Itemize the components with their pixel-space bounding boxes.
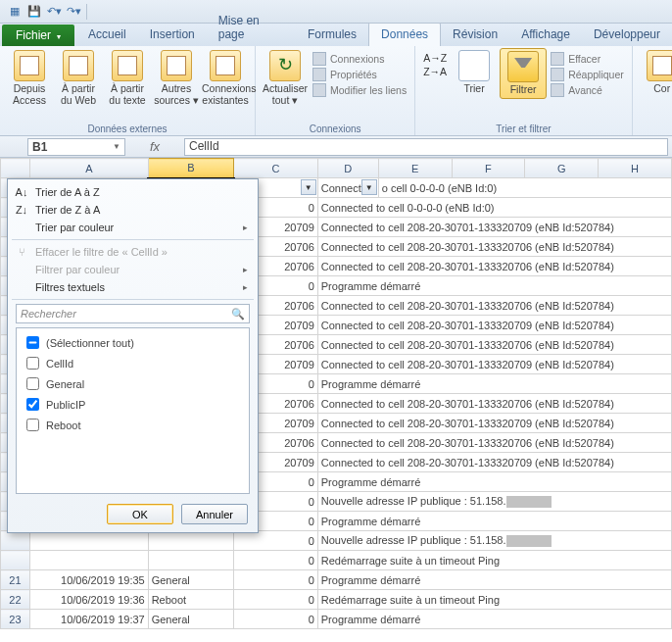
cell[interactable]: Connected to cell 208-20-30701-133320706…	[317, 257, 671, 276]
tab-affichage[interactable]: Affichage	[509, 24, 582, 46]
sort-by-color[interactable]: Trier par couleur ▸	[8, 219, 258, 236]
sort-asc-small[interactable]: A→Z	[423, 52, 447, 64]
cell[interactable]: Reboot	[148, 590, 234, 610]
cell[interactable]: 0	[234, 610, 317, 629]
name-box[interactable]: B1 ▼	[27, 138, 125, 156]
cell[interactable]: Redémarrage suite à un timeout Ping	[317, 590, 671, 610]
cell[interactable]: 0	[234, 570, 317, 590]
cell[interactable]: Connected to cell 208-20-30701-133320706…	[317, 335, 671, 355]
ribbon-small-cmd[interactable]: Connexions	[312, 52, 407, 66]
ribbon-button[interactable]: Autres sources ▾	[153, 48, 200, 108]
col-header[interactable]: D	[317, 159, 378, 178]
ribbon-small-cmd[interactable]: Propriétés	[312, 68, 407, 81]
cell[interactable]: Connected to cell 208-20-30701-133320706…	[317, 394, 671, 414]
row-header[interactable]: 22	[1, 590, 30, 610]
undo-icon[interactable]: ↶▾	[45, 3, 63, 21]
cell[interactable]: o cell 0-0-0-0 (eNB Id:0)	[378, 178, 671, 198]
row-header[interactable]: 23	[1, 610, 30, 629]
ribbon-small-cmd[interactable]: Réappliquer	[551, 68, 624, 81]
row-header[interactable]	[1, 551, 30, 570]
checkbox[interactable]	[26, 336, 39, 349]
ribbon-button[interactable]: À partir du texte	[104, 48, 151, 108]
ribbon-small-cmd[interactable]: Modifier les liens	[312, 83, 407, 97]
text-filters[interactable]: Filtres textuels ▸	[8, 278, 258, 296]
col-header[interactable]: B	[148, 159, 234, 178]
cell[interactable]: Programme démarré	[317, 472, 671, 492]
col-header[interactable]	[1, 159, 30, 178]
col-header[interactable]: A	[29, 159, 148, 178]
row-header[interactable]	[1, 531, 30, 551]
sort-desc-small[interactable]: Z→A	[423, 66, 447, 77]
tab-formules[interactable]: Formules	[296, 24, 368, 46]
tab-accueil[interactable]: Accueil	[76, 24, 138, 46]
cell[interactable]: Connected to cell 208-20-30701-133320709…	[317, 414, 671, 433]
tab-insertion[interactable]: Insertion	[138, 24, 207, 46]
ribbon-button[interactable]: Cor	[639, 48, 672, 97]
cell[interactable]: 10/06/2019 19:35	[29, 570, 148, 590]
cell[interactable]: 10/06/2019 19:37	[29, 610, 148, 629]
cell[interactable]: Nouvelle adresse IP publique : 51.158.	[317, 531, 671, 551]
ribbon-button[interactable]: Actualiser tout ▾	[262, 48, 309, 108]
filter-value-item[interactable]: (Sélectionner tout)	[21, 332, 245, 353]
ribbon-button[interactable]: Trier	[451, 48, 498, 97]
save-icon[interactable]: 💾	[25, 3, 43, 21]
checkbox[interactable]	[26, 398, 39, 411]
col-header[interactable]: H	[599, 159, 672, 178]
redo-icon[interactable]: ↷▾	[65, 3, 82, 21]
formula-bar[interactable]: CellId	[184, 138, 668, 156]
ribbon-button[interactable]: À partir du Web	[55, 48, 102, 108]
cell[interactable]: Connected to cell 208-20-30701-133320709…	[317, 316, 671, 335]
cell[interactable]: Programme démarré	[317, 570, 671, 590]
filter-value-item[interactable]: CellId	[21, 353, 245, 373]
checkbox[interactable]	[26, 357, 39, 370]
ribbon-small-cmd[interactable]: Effacer	[551, 52, 624, 66]
cell[interactable]: Connected to cell 0-0-0-0 (eNB Id:0)	[317, 198, 671, 218]
tab-mise-en-page[interactable]: Mise en page	[207, 10, 296, 46]
cell[interactable]: Nouvelle adresse IP publique : 51.158.	[317, 492, 671, 512]
cell[interactable]: Connecte▼	[317, 178, 378, 198]
filter-value-item[interactable]: General	[21, 373, 245, 394]
cell[interactable]: Connected to cell 208-20-30701-133320706…	[317, 296, 671, 316]
filter-search[interactable]: Rechercher 🔍	[16, 304, 250, 323]
cell[interactable]: Connected to cell 208-20-30701-133320706…	[317, 433, 671, 453]
cell[interactable]: Connected to cell 208-20-30701-133320709…	[317, 355, 671, 374]
checkbox[interactable]	[26, 377, 39, 390]
cell[interactable]: Programme démarré	[317, 512, 671, 531]
sort-ascending[interactable]: A↓ Trier de A à Z	[8, 183, 258, 201]
cell[interactable]: Redémarrage suite à un timeout Ping	[317, 551, 671, 570]
filter-value-item[interactable]: Reboot	[21, 415, 245, 435]
worksheet[interactable]: ABCDEFGH118/05/2019 17:▼CellId▼▼Connecte…	[0, 158, 672, 629]
ribbon-button[interactable]: Depuis Access	[6, 48, 53, 108]
ribbon-button[interactable]: Connexions existantes	[202, 48, 249, 108]
ribbon-small-cmd[interactable]: Avancé	[551, 83, 624, 97]
cell[interactable]: 10/06/2019 19:36	[29, 590, 148, 610]
cell[interactable]: Programme démarré	[317, 374, 671, 394]
cell[interactable]: General	[148, 610, 234, 629]
tab-développeur[interactable]: Développeur	[582, 24, 672, 46]
ok-button[interactable]: OK	[107, 504, 173, 524]
cell[interactable]: 0	[234, 551, 317, 570]
cancel-button[interactable]: Annuler	[181, 504, 248, 524]
filter-value-item[interactable]: PublicIP	[21, 394, 245, 415]
tab-révision[interactable]: Révision	[441, 24, 509, 46]
chevron-down-icon[interactable]: ▼	[113, 142, 120, 151]
cell[interactable]: Programme démarré	[317, 610, 671, 629]
col-header[interactable]: F	[452, 159, 525, 178]
filter-arrow-icon[interactable]: ▼	[301, 179, 316, 195]
cell[interactable]: Connected to cell 208-20-30701-133320709…	[317, 453, 671, 472]
tab-file[interactable]: Fichier	[2, 25, 74, 46]
cell[interactable]: General	[148, 570, 234, 590]
fx-icon[interactable]: fx	[125, 139, 184, 154]
sort-descending[interactable]: Z↓ Trier de Z à A	[8, 201, 258, 219]
checkbox[interactable]	[26, 419, 39, 431]
col-header[interactable]: G	[525, 159, 599, 178]
filter-arrow-icon[interactable]: ▼	[361, 179, 377, 195]
cell[interactable]: 0	[234, 590, 317, 610]
filter-values-list[interactable]: (Sélectionner tout)CellIdGeneralPublicIP…	[16, 327, 250, 494]
col-header[interactable]: E	[378, 159, 452, 178]
col-header[interactable]: C	[234, 159, 317, 178]
cell[interactable]: Programme démarré	[317, 276, 671, 296]
row-header[interactable]: 21	[1, 570, 30, 590]
ribbon-button[interactable]: Filtrer	[500, 48, 547, 99]
cell[interactable]: Connected to cell 208-20-30701-133320709…	[317, 218, 671, 237]
